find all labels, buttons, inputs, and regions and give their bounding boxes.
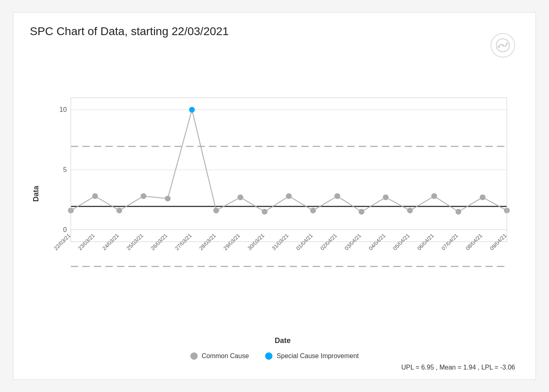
svg-line-28 xyxy=(410,196,434,210)
legend-label-special: Special Cause Improvement xyxy=(277,352,359,360)
main-chart-svg: 051022/03/2123/03/2124/03/2125/03/2126/0… xyxy=(46,42,519,334)
svg-text:05/04/21: 05/04/21 xyxy=(392,232,411,252)
svg-point-41 xyxy=(286,193,292,199)
svg-point-39 xyxy=(237,194,243,200)
svg-line-16 xyxy=(119,196,143,210)
svg-text:0: 0 xyxy=(63,226,67,233)
svg-text:09/04/21: 09/04/21 xyxy=(489,232,508,252)
svg-point-49 xyxy=(480,194,485,200)
svg-line-26 xyxy=(362,197,386,212)
svg-line-18 xyxy=(168,110,192,198)
svg-point-37 xyxy=(189,107,195,113)
svg-line-20 xyxy=(216,197,240,210)
svg-text:26/03/21: 26/03/21 xyxy=(150,232,169,252)
svg-point-44 xyxy=(359,209,364,214)
y-axis-label: Data xyxy=(30,42,42,345)
svg-text:5: 5 xyxy=(63,166,67,173)
svg-line-24 xyxy=(313,196,337,210)
svg-text:24/03/21: 24/03/21 xyxy=(101,232,121,252)
svg-point-43 xyxy=(335,193,340,199)
x-axis-label: Date xyxy=(46,336,519,345)
svg-point-48 xyxy=(455,209,461,214)
svg-point-33 xyxy=(92,193,98,199)
svg-point-47 xyxy=(431,193,437,199)
legend-label-common: Common Cause xyxy=(202,352,249,360)
svg-line-14 xyxy=(71,196,95,210)
svg-point-36 xyxy=(165,196,171,201)
svg-line-27 xyxy=(386,197,410,210)
svg-text:29/03/21: 29/03/21 xyxy=(222,232,241,252)
svg-text:07/04/21: 07/04/21 xyxy=(440,232,460,252)
svg-line-25 xyxy=(337,196,362,212)
chart-title: SPC Chart of Data, starting 22/03/2021 xyxy=(30,25,519,38)
svg-text:06/04/21: 06/04/21 xyxy=(416,232,435,252)
svg-point-38 xyxy=(213,207,219,213)
legend-dot-common xyxy=(190,352,198,360)
chart-container: SPC Chart of Data, starting 22/03/2021 D… xyxy=(13,12,536,380)
legend-item-common: Common Cause xyxy=(190,352,249,360)
svg-text:01/04/21: 01/04/21 xyxy=(295,232,314,252)
chart-area: Data 051022/03/2123/03/2124/03/2125/03/2… xyxy=(30,42,519,345)
svg-text:08/04/21: 08/04/21 xyxy=(464,232,484,252)
svg-line-21 xyxy=(241,197,265,212)
svg-point-45 xyxy=(383,194,388,200)
svg-text:04/04/21: 04/04/21 xyxy=(368,232,387,252)
svg-text:22/03/21: 22/03/21 xyxy=(53,232,72,252)
plot-and-x: 051022/03/2123/03/2124/03/2125/03/2126/0… xyxy=(46,42,519,345)
svg-text:25/03/21: 25/03/21 xyxy=(125,232,145,252)
svg-line-19 xyxy=(192,110,216,211)
svg-text:03/04/21: 03/04/21 xyxy=(344,232,363,252)
svg-line-23 xyxy=(289,196,313,210)
svg-text:27/03/21: 27/03/21 xyxy=(174,232,193,252)
legend-area: Common Cause Special Cause Improvement xyxy=(30,352,519,360)
stats-line: UPL = 6.95 , Mean = 1.94 , LPL = -3.06 xyxy=(30,364,519,371)
plot-wrapper: 051022/03/2123/03/2124/03/2125/03/2126/0… xyxy=(46,42,519,334)
svg-line-30 xyxy=(458,197,482,212)
svg-text:23/03/21: 23/03/21 xyxy=(77,232,96,252)
svg-point-34 xyxy=(116,207,122,213)
svg-line-29 xyxy=(434,196,458,212)
svg-text:28/03/21: 28/03/21 xyxy=(198,232,217,252)
svg-text:30/03/21: 30/03/21 xyxy=(246,232,266,252)
svg-point-42 xyxy=(310,207,316,213)
svg-text:10: 10 xyxy=(59,106,67,113)
svg-point-35 xyxy=(141,193,146,199)
svg-text:31/03/21: 31/03/21 xyxy=(271,232,290,252)
svg-line-17 xyxy=(143,196,167,198)
legend-item-special: Special Cause Improvement xyxy=(265,352,359,360)
legend-dot-special xyxy=(265,352,272,360)
svg-point-40 xyxy=(262,209,268,214)
svg-line-22 xyxy=(265,196,289,212)
svg-point-46 xyxy=(407,207,413,213)
svg-line-31 xyxy=(482,197,507,210)
svg-text:02/04/21: 02/04/21 xyxy=(319,232,338,252)
svg-line-15 xyxy=(95,196,119,210)
